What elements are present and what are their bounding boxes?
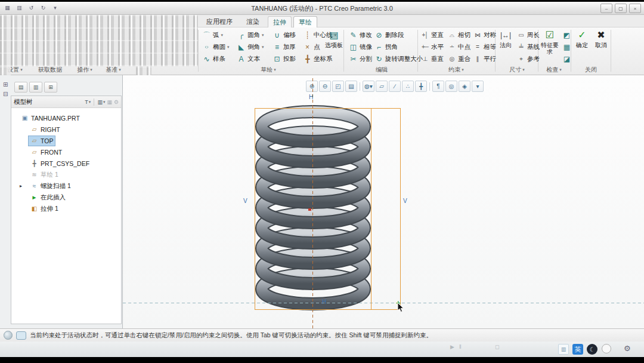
midpoint-constraint-button[interactable]: ∸ 中点 [446,41,472,53]
tree-item-helical-sweep[interactable]: ▸ ≈ 螺旋扫描 1 [11,180,121,192]
refit-button[interactable]: ◰ [332,81,344,92]
zoom-in-button[interactable]: ⊕ [306,81,318,92]
close-button[interactable]: × [629,4,641,13]
tree-filter-button[interactable]: T ▾ [85,99,91,105]
group-label-datum: 基准▾ [106,66,121,74]
divide-label: 分割 [360,55,372,63]
gear-icon[interactable]: ⚙ [624,344,631,353]
overlapping-geometry-button[interactable]: ◩ [561,29,572,41]
rotate-resize-icon: ↻ [374,55,383,63]
feature-requirements-button[interactable]: ☑ 特征要求 [540,29,560,64]
tree-item-csys[interactable]: ╋ PRT_CSYS_DEF [11,158,121,169]
message-log-icon[interactable] [16,331,26,340]
tree-item-front-plane[interactable]: ▱ FRONT [11,146,121,158]
text-button[interactable]: A 文本 [236,53,261,64]
group-separator [343,30,344,72]
maximize-button[interactable]: ▢ [615,4,627,13]
tree-item-insert-here[interactable]: ► 在此插入 [11,192,121,203]
vertical-constraint-button[interactable]: +│ 竖直 [419,29,445,41]
graphics-area[interactable]: ⊕ ⊖ ◰ ▤ ◍▾ ▱ ∕ ∴ ╋ ¶ ◎ ◈ ▾ [123,75,644,328]
divide-button[interactable]: ✂ 分割 [348,53,373,64]
thicken-button[interactable]: ≡ 加厚 [271,41,297,53]
plane-display-button[interactable]: ▱ [376,81,388,92]
vertical-constraint-label: 竖直 [431,31,444,39]
tab-render[interactable]: 渲染 [240,16,265,27]
reference-dimension-button[interactable]: ⌖ 参考 [515,53,541,64]
symmetric-constraint-button[interactable]: ⋈ 对称 [472,29,497,41]
status-message: 当前约束处于活动状态时，可通过单击右键在锁定/禁用/启用的约束之间切换。使用 T… [30,331,432,340]
shade-closed-loops-button[interactable]: ◪ [561,53,572,64]
moon-mode-icon[interactable]: ☾ [587,344,597,355]
chamfer-button[interactable]: ◣ 倒角 ▾ [236,41,265,53]
spline-button[interactable]: ∿ 样条 [201,53,227,64]
project-label: 投影 [283,55,296,63]
tree-item-part[interactable]: ▣ TANHUANG.PRT [11,112,121,124]
equal-constraint-button[interactable]: = 相等 [472,41,497,53]
tree-tab-icon[interactable]: ▤ [14,82,27,93]
delete-segment-button[interactable]: ⊘ 删除段 [373,29,405,41]
tray-doc-icon[interactable]: ▥ [558,344,569,355]
annotation-display-button[interactable]: ¶ [432,81,444,92]
layer-tree-icon[interactable]: ▥ [29,82,42,93]
minimize-button[interactable]: – [600,4,612,13]
tree-item-top-plane[interactable]: ▱ TOP [11,135,121,146]
arc-button[interactable]: ⌒ 弧 ▾ [201,29,224,41]
tree-item-right-plane[interactable]: ▱ RIGHT [11,124,121,135]
modify-button[interactable]: ✎ 修改 [348,29,373,41]
baseline-dimension-button[interactable]: ╧ 基线 [515,41,541,53]
corner-button[interactable]: ⌐ 拐角 [373,41,399,53]
ellipse-button[interactable]: ○ 椭圆 ▾ [201,41,231,53]
sketch-selection-box[interactable] [255,108,401,310]
fillet-button[interactable]: ╭ 圆角 ▾ [236,29,265,41]
normal-dimension-button[interactable]: |↔| 法向 [497,29,515,64]
palette-button[interactable]: ▤ 选项板 [324,29,343,64]
perspective-button[interactable]: ◈ [459,81,470,92]
tangent-constraint-button[interactable]: ⌓ 相切 [446,29,472,41]
detail-tree-icon[interactable]: ⊞ [44,82,57,93]
cancel-label: 取消 [595,42,607,48]
window-title: TANHUANG (活动的) - PTC Creo Parametric 3.0 [0,4,644,13]
axis-display-button[interactable]: ∕ [389,81,401,92]
tree-show-button[interactable]: ▥ ▾ [97,99,105,105]
horizontal-constraint-icon: +─ [420,43,429,51]
zoom-out-icon: ⊖ [323,83,327,90]
tab-extrude[interactable]: 拉伸 [268,16,292,27]
folder-browser-icon[interactable]: ⊟ [3,91,8,97]
spin-center-button[interactable]: ◎ [445,81,457,92]
model-tree-toggle-icon[interactable]: ⊞ [3,81,8,88]
h-constraint-label-bottom: H [322,299,326,305]
perpendicular-constraint-icon: ⊥ [420,55,429,63]
tab-sketch[interactable]: 草绘 [293,16,317,27]
zoom-out-button[interactable]: ⊖ [319,81,331,92]
mirror-button[interactable]: ◫ 镜像 [348,41,373,53]
tray-circle-icon[interactable] [602,344,611,353]
tree-columns-button[interactable]: ▦ [107,99,112,105]
rotate-resize-button[interactable]: ↻ 旋转调整大小 [373,53,424,64]
csys-display-button[interactable]: ╋ [415,81,427,92]
expand-arrow-icon[interactable]: ▸ [20,183,28,189]
graphics-toolbar: ⊕ ⊖ ◰ ▤ ◍▾ ▱ ∕ ∴ ╋ ¶ ◎ ◈ ▾ [306,81,484,92]
tree-settings-button[interactable]: ⚙ [114,99,119,105]
ime-indicator[interactable]: 英 [572,344,583,355]
offset-button[interactable]: ∪ 偏移 [271,29,297,41]
tree-item-extrude1[interactable]: ◧ 拉伸 1 [11,203,121,214]
perpendicular-constraint-button[interactable]: ⊥ 垂直 [419,53,445,64]
repaint-button[interactable]: ▤ [345,81,357,92]
tree-item-sketch1[interactable]: ≋ 草绘 1 [11,169,121,180]
point-button[interactable]: × 点 [302,41,321,53]
ok-button[interactable]: ✓ 确定 [574,29,590,64]
point-display-button[interactable]: ∴ [402,81,414,92]
parallel-constraint-button[interactable]: ∥ 平行 [472,53,497,64]
group-separator [417,30,418,72]
project-button[interactable]: ⊡ 投影 [271,53,297,64]
display-style-button[interactable]: ◍▾ [363,81,374,92]
tab-applications[interactable]: 应用程序 [200,16,239,27]
horizontal-constraint-button[interactable]: +─ 水平 [419,41,445,53]
cancel-button[interactable]: ✖ 取消 [593,29,609,64]
perimeter-dimension-button[interactable]: ▭ 周长 [515,29,541,41]
chamfer-icon: ◣ [237,43,246,51]
sketch-inner-edge[interactable] [371,109,371,309]
coincident-constraint-button[interactable]: ◎ 重合 [446,53,472,64]
highlight-open-ends-button[interactable]: ▦ [561,41,572,53]
saved-views-button[interactable]: ▾ [472,81,484,92]
